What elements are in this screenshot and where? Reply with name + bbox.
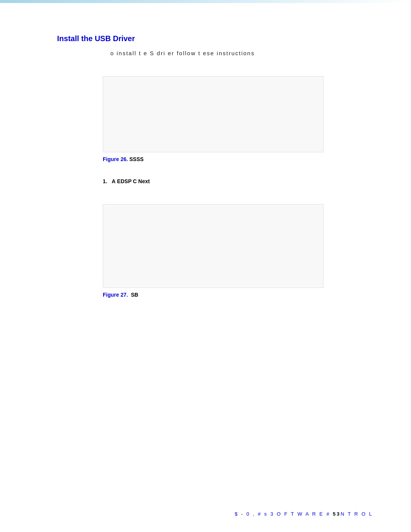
- section-title: Install the USB Driver: [57, 34, 365, 43]
- figure-2-image: [103, 204, 323, 288]
- intro-paragraph: o install t e S dri er follow t ese inst…: [110, 50, 365, 56]
- page-content: Install the USB Driver o install t e S d…: [0, 11, 411, 532]
- figure-1-label: Figure 26. SSSS: [103, 156, 365, 162]
- step-1: 1. A EDSP C Next: [103, 178, 365, 184]
- footer-text: $ - 0 , # s 3 O F T W A R E #: [235, 511, 333, 517]
- figure-2-area: Figure 27. SB: [57, 196, 365, 302]
- step-1-number: 1.: [103, 178, 107, 184]
- top-decorative-bar: [0, 0, 411, 3]
- figure-2-title: SB: [131, 292, 138, 298]
- step-1-prefix: A: [112, 178, 116, 184]
- footer-suffix: N T R O L: [341, 511, 373, 517]
- page-number: 53: [333, 511, 340, 517]
- figure-1-title: SSSS: [129, 156, 143, 162]
- figure-1-area: Figure 26. SSSS: [57, 68, 365, 167]
- footer: $ - 0 , # s 3 O F T W A R E # 53N T R O …: [235, 511, 373, 517]
- step-1-text: EDSP C: [117, 178, 137, 184]
- figure-1-number: Figure 26.: [103, 156, 128, 162]
- figure-2-label: Figure 27. SB: [103, 292, 365, 298]
- figure-2-number: Figure 27.: [103, 292, 128, 298]
- step-1-suffix: Next: [138, 178, 150, 184]
- figure-1-image: [103, 76, 323, 152]
